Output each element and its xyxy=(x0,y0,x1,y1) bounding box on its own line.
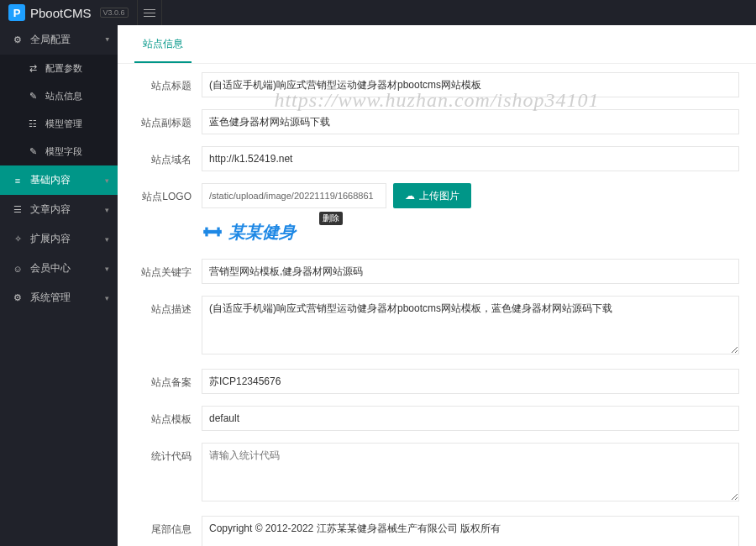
sidebar-item-9[interactable]: ⚙系统管理▾ xyxy=(0,283,118,312)
input-template[interactable] xyxy=(202,406,739,431)
hamburger-icon xyxy=(144,9,155,17)
version-badge: V3.0.6 xyxy=(100,8,129,18)
sidebar-icon: ✎ xyxy=(27,146,39,157)
label-site-subtitle: 站点副标题 xyxy=(134,109,202,130)
input-site-domain[interactable] xyxy=(202,146,739,171)
cloud-upload-icon: ☁ xyxy=(405,190,415,202)
textarea-footer[interactable]: Copyright © 2012-2022 江苏某某健身器械生产有限公司 版权所… xyxy=(202,516,739,546)
sidebar-label: 文章内容 xyxy=(30,202,71,217)
sidebar-label: 会员中心 xyxy=(30,261,71,276)
sidebar-label: 配置参数 xyxy=(45,62,82,75)
chevron-icon: ▴ xyxy=(105,36,109,45)
sidebar-icon: ⚙ xyxy=(12,292,24,303)
tab-bar: 站点信息 xyxy=(118,25,756,64)
logo-icon: P xyxy=(8,4,25,21)
logo[interactable]: P PbootCMS V3.0.6 xyxy=(0,4,137,21)
sidebar-icon: ☰ xyxy=(12,204,24,215)
input-keywords[interactable] xyxy=(202,259,739,284)
upload-label: 上传图片 xyxy=(419,189,459,203)
chevron-icon: ▾ xyxy=(105,235,109,244)
chevron-icon: ▾ xyxy=(105,176,109,185)
input-site-title[interactable] xyxy=(202,72,739,97)
label-site-title: 站点标题 xyxy=(134,72,202,93)
sidebar-item-7[interactable]: ✧扩展内容▾ xyxy=(0,224,118,254)
svg-rect-2 xyxy=(217,228,219,237)
site-form: 站点标题 站点副标题 站点域名 站点LOGO xyxy=(118,64,756,546)
input-site-subtitle[interactable] xyxy=(202,109,739,134)
sidebar-icon: ✧ xyxy=(12,234,24,244)
preview-text: 某某健身 xyxy=(228,221,296,244)
preview-image: 某某健身 xyxy=(202,217,336,247)
label-site-logo: 站点LOGO xyxy=(134,183,202,204)
label-template: 站点模板 xyxy=(134,406,202,427)
chevron-icon: ▾ xyxy=(105,265,109,273)
sidebar-label: 全局配置 xyxy=(30,33,71,47)
sidebar-icon: ☺ xyxy=(12,264,24,274)
sidebar-label: 扩展内容 xyxy=(30,232,71,246)
header-bar: P PbootCMS V3.0.6 xyxy=(0,0,756,25)
sidebar-icon: ⇄ xyxy=(27,63,39,74)
content-panel: https://www.huzhan.com/ishop34101 站点信息 站… xyxy=(118,25,756,546)
label-site-domain: 站点域名 xyxy=(134,146,202,167)
sidebar-label: 基础内容 xyxy=(30,173,71,187)
chevron-icon: ▾ xyxy=(105,294,109,302)
tab-site-info[interactable]: 站点信息 xyxy=(134,25,192,63)
sidebar-label: 站点信息 xyxy=(45,90,82,102)
label-icp: 站点备案 xyxy=(134,369,202,390)
upload-image-button[interactable]: ☁ 上传图片 xyxy=(393,183,471,208)
input-icp[interactable] xyxy=(202,369,739,394)
textarea-stats[interactable] xyxy=(202,443,739,501)
label-keywords: 站点关键字 xyxy=(134,259,202,280)
brand-text: PbootCMS xyxy=(30,6,92,20)
sidebar-item-1[interactable]: ⇄配置参数 xyxy=(0,55,118,82)
label-description: 站点描述 xyxy=(134,296,202,317)
sidebar-label: 模型字段 xyxy=(45,145,82,158)
sidebar-icon: ☷ xyxy=(27,118,39,129)
sidebar-item-6[interactable]: ☰文章内容▾ xyxy=(0,195,118,224)
sidebar-item-3[interactable]: ☷模型管理 xyxy=(0,110,118,138)
sidebar-item-8[interactable]: ☺会员中心▾ xyxy=(0,254,118,283)
sidebar-label: 模型管理 xyxy=(45,118,82,130)
svg-rect-1 xyxy=(205,228,207,237)
fitness-icon xyxy=(202,221,223,243)
delete-preview-button[interactable]: 删除 xyxy=(319,212,343,225)
chevron-icon: ▾ xyxy=(105,206,109,214)
textarea-description[interactable]: (自适应手机端)响应式营销型运动健身器材pbootcms网站模板，蓝色健身器材网… xyxy=(202,296,739,354)
input-site-logo[interactable] xyxy=(202,183,386,208)
sidebar-icon: ≡ xyxy=(12,176,24,186)
label-footer: 尾部信息 xyxy=(134,516,202,537)
sidebar-label: 系统管理 xyxy=(30,291,71,305)
sidebar-item-2[interactable]: ✎站点信息 xyxy=(0,82,118,110)
menu-toggle-button[interactable] xyxy=(137,0,162,25)
label-stats: 统计代码 xyxy=(134,443,202,464)
sidebar-item-5[interactable]: ≡基础内容▾ xyxy=(0,165,118,195)
logo-preview: 某某健身 删除 xyxy=(202,217,336,247)
sidebar-item-0[interactable]: ⚙全局配置▴ xyxy=(0,25,118,55)
sidebar-icon: ✎ xyxy=(27,91,39,102)
sidebar: ⚙全局配置▴⇄配置参数✎站点信息☷模型管理✎模型字段≡基础内容▾☰文章内容▾✧扩… xyxy=(0,25,118,546)
sidebar-item-4[interactable]: ✎模型字段 xyxy=(0,138,118,165)
sidebar-icon: ⚙ xyxy=(12,34,24,45)
